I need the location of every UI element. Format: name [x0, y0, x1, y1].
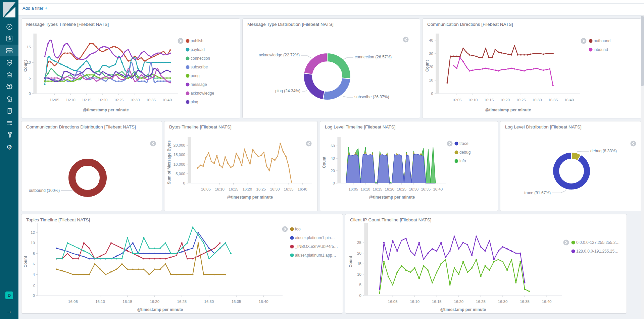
bank-icon[interactable] — [0, 69, 18, 81]
svg-text:16:10: 16:10 — [468, 98, 478, 102]
svg-text:16:05: 16:05 — [68, 300, 78, 304]
legend-item[interactable]: connection — [186, 56, 210, 61]
svg-text:trace: trace — [459, 141, 468, 146]
p5-chart-canvas[interactable]: 05,00010,00015,00020,00016:0516:1016:151… — [164, 121, 317, 211]
legend-item[interactable]: _INBOX.e3hAUbP4r5… — [290, 244, 338, 249]
svg-text:16:25: 16:25 — [397, 187, 406, 191]
graph-nodes-icon[interactable] — [0, 81, 18, 93]
p8-chart-canvas[interactable]: 02468101216:0516:1016:1516:2016:2516:301… — [21, 214, 343, 313]
svg-text:16:10: 16:10 — [360, 187, 370, 191]
donut-slice[interactable] — [304, 73, 325, 100]
svg-text:inbound: inbound — [594, 47, 608, 52]
scroll-icon[interactable] — [0, 105, 18, 117]
legend-item[interactable]: foo — [290, 227, 301, 231]
svg-text:16:25: 16:25 — [476, 300, 486, 304]
arrow-right-icon[interactable]: → — [0, 308, 18, 315]
p7-chart-canvas[interactable]: debug (8.33%)trace (91.67%) — [500, 121, 641, 211]
shield-icon[interactable] — [0, 57, 18, 68]
p2-chart-canvas[interactable]: connection (26.57%)subscribe (26.37%)pin… — [243, 19, 420, 118]
panel-message-types-timeline: Message Types Timeline [Filebeat NATS] 0… — [21, 18, 240, 118]
legend-item[interactable]: pong — [186, 73, 200, 78]
svg-text:16:10: 16:10 — [410, 300, 419, 304]
wrench-icon[interactable] — [0, 129, 18, 141]
app-sidebar: ⚙ D → — [0, 0, 18, 319]
svg-text:12: 12 — [31, 230, 35, 234]
svg-text:15: 15 — [357, 262, 361, 266]
svg-text:16:25: 16:25 — [177, 300, 187, 304]
legend-item[interactable]: trace — [455, 141, 469, 146]
donut-slice[interactable] — [72, 162, 103, 194]
legend-item[interactable]: ping — [186, 100, 198, 104]
scrollbar-thumb[interactable] — [641, 16, 644, 86]
svg-text:0: 0 — [183, 181, 185, 185]
svg-text:2: 2 — [33, 283, 35, 287]
dashboard-icon[interactable] — [0, 45, 18, 56]
legend-toggle-chevron-icon[interactable] — [631, 141, 636, 147]
p3-chart-canvas[interactable]: 01020304016:0516:1016:1516:2016:2516:301… — [423, 19, 641, 118]
svg-text:16:40: 16:40 — [259, 300, 268, 304]
legend-item[interactable]: aiuser.platinum1.app… — [290, 253, 336, 258]
p1-chart-canvas[interactable]: 05101516:0516:1016:1516:2016:2516:3016:3… — [21, 19, 240, 118]
gear-icon[interactable]: ⚙ — [0, 141, 18, 153]
donut-slice[interactable] — [327, 53, 351, 79]
p4-chart-canvas[interactable]: outbound (100%) — [21, 121, 162, 211]
p6-chart-canvas[interactable]: 020406016:0516:1016:1516:2016:2516:3016:… — [320, 121, 498, 211]
svg-text:40: 40 — [331, 156, 335, 160]
svg-text:aiuser.platinum1.app…: aiuser.platinum1.app… — [295, 253, 336, 258]
svg-text:16:15: 16:15 — [229, 187, 238, 191]
legend-toggle-chevron-icon[interactable] — [178, 38, 184, 44]
legend-toggle-chevron-icon[interactable] — [447, 141, 453, 147]
bar-chart-icon[interactable] — [0, 33, 18, 44]
svg-text:16:15: 16:15 — [122, 300, 132, 304]
legend-item[interactable]: debug — [455, 150, 471, 155]
svg-text:16:20: 16:20 — [98, 98, 108, 102]
svg-text:16:30: 16:30 — [130, 98, 140, 102]
svg-text:10: 10 — [357, 272, 361, 276]
legend-toggle-chevron-icon[interactable] — [563, 240, 569, 246]
legend-toggle-chevron-icon[interactable] — [403, 37, 409, 43]
cloud-server-icon[interactable] — [0, 93, 18, 105]
legend-toggle-chevron-icon[interactable] — [282, 226, 288, 232]
svg-text:0.0.0.0-127.255.255.2…: 0.0.0.0-127.255.255.2… — [576, 240, 620, 245]
legend-item[interactable]: 0.0.0.0-127.255.255.2… — [572, 240, 620, 245]
donut-slice[interactable] — [553, 152, 590, 190]
svg-text:ping (24.34%): ping (24.34%) — [275, 89, 300, 93]
svg-text:acknowledge: acknowledge — [191, 91, 214, 96]
svg-text:16:20: 16:20 — [150, 300, 159, 304]
legend-item[interactable]: aiuser.platinum1.pin… — [290, 235, 335, 240]
svg-text:acknowledge (22.72%): acknowledge (22.72%) — [259, 53, 300, 57]
svg-text:4: 4 — [33, 272, 35, 276]
legend-item[interactable]: outbound — [589, 39, 611, 43]
compass-icon[interactable] — [0, 21, 18, 33]
legend-toggle-chevron-icon[interactable] — [150, 141, 156, 147]
svg-text:aiuser.platinum1.pin…: aiuser.platinum1.pin… — [295, 235, 335, 240]
svg-text:debug (8.33%): debug (8.33%) — [590, 149, 617, 153]
legend-item[interactable]: 128.0.0.0-191.255.25… — [572, 249, 619, 254]
legend-item[interactable]: publish — [186, 39, 204, 43]
donut-slice[interactable] — [323, 78, 351, 100]
panel-message-type-distribution: Message Type Distribution [Filebeat NATS… — [242, 18, 420, 118]
legend-item[interactable]: payload — [186, 47, 205, 52]
svg-text:16:40: 16:40 — [162, 98, 172, 102]
p9-chart-canvas[interactable]: 051015202516:0516:1016:1516:2016:2516:30… — [345, 214, 627, 313]
kibana-logo[interactable] — [3, 2, 15, 17]
svg-text:@timestamp per minute: @timestamp per minute — [83, 108, 129, 112]
legend-toggle-chevron-icon[interactable] — [306, 141, 312, 147]
svg-text:5: 5 — [359, 283, 361, 287]
svg-text:25: 25 — [357, 241, 361, 245]
svg-text:16:35: 16:35 — [146, 98, 156, 102]
svg-text:16:15: 16:15 — [373, 187, 382, 191]
add-filter-button[interactable]: Add a filter+ — [22, 5, 47, 11]
legend-item[interactable]: info — [455, 159, 466, 163]
svg-text:16:35: 16:35 — [284, 187, 294, 191]
legend-item[interactable]: subscribe — [186, 65, 208, 69]
donut-slice[interactable] — [304, 53, 327, 74]
legend-item[interactable]: acknowledge — [186, 91, 214, 96]
list-lines-icon[interactable] — [0, 117, 18, 128]
legend-item[interactable]: message — [186, 82, 207, 87]
space-badge[interactable]: D — [5, 291, 13, 299]
svg-text:16:05: 16:05 — [348, 187, 358, 191]
legend-toggle-chevron-icon[interactable] — [581, 38, 587, 44]
svg-text:16:15: 16:15 — [432, 300, 442, 304]
legend-item[interactable]: inbound — [589, 47, 608, 52]
